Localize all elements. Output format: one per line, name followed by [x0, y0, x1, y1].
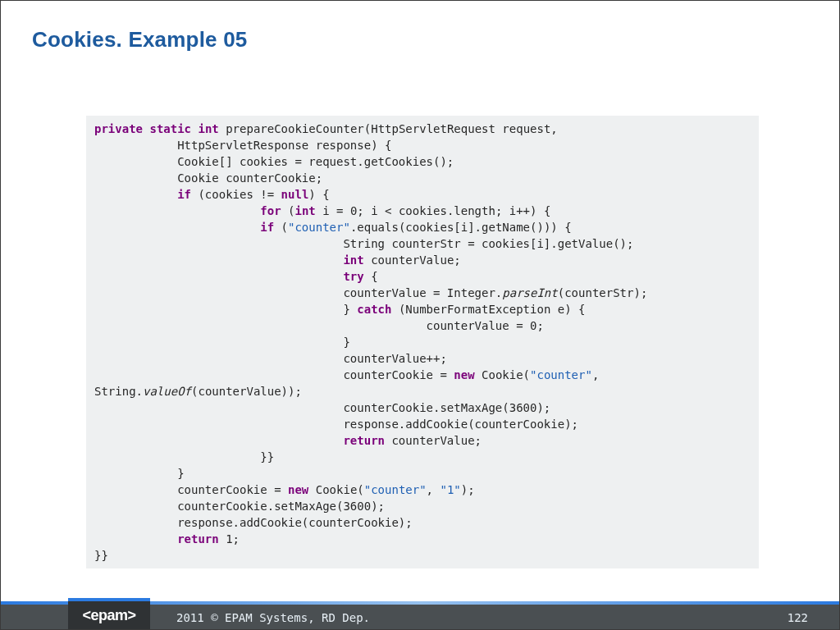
copyright-text: 2011 © EPAM Systems, RD Dep.: [176, 611, 370, 624]
code-line: private static int prepareCookieCounter(…: [94, 122, 558, 135]
code-line: return 1;: [94, 532, 240, 546]
code-line: String counterStr = cookies[i].getValue(…: [94, 237, 633, 250]
code-line: counterValue++;: [94, 352, 447, 365]
epam-logo: <epam>: [82, 607, 135, 624]
code-line: response.addCookie(counterCookie);: [94, 516, 413, 529]
slide: Cookies. Example 05 private static int p…: [0, 0, 840, 630]
code-line: Cookie[] cookies = request.getCookies();: [94, 155, 454, 168]
code-line: if ("counter".equals(cookies[i].getName(…: [94, 221, 572, 234]
page-number: 122: [788, 611, 808, 624]
code-line: int counterValue;: [94, 253, 461, 267]
code-line: counterValue = 0;: [94, 319, 544, 332]
code-line: response.addCookie(counterCookie);: [94, 418, 578, 431]
code-line: if (cookies != null) {: [94, 188, 330, 201]
code-line: return counterValue;: [94, 434, 482, 447]
code-block: private static int prepareCookieCounter(…: [86, 116, 759, 568]
code-line: }}: [94, 549, 108, 562]
code-line: String.valueOf(counterValue));: [94, 385, 302, 398]
code-line: Cookie counterCookie;: [94, 171, 322, 185]
code-line: counterValue = Integer.parseInt(counterS…: [94, 286, 647, 299]
code-line: for (int i = 0; i < cookies.length; i++)…: [94, 204, 550, 217]
code-line: } catch (NumberFormatException e) {: [94, 303, 585, 316]
code-line: try {: [94, 270, 378, 283]
code-line: counterCookie.setMaxAge(3600);: [94, 401, 550, 414]
code-line: counterCookie = new Cookie("counter",: [94, 368, 599, 381]
code-line: counterCookie.setMaxAge(3600);: [94, 500, 385, 513]
logo-box: <epam>: [68, 598, 150, 629]
slide-title: Cookies. Example 05: [32, 27, 247, 52]
code-line: }: [94, 336, 350, 349]
code-line: counterCookie = new Cookie("counter", "1…: [94, 483, 475, 496]
footer: <epam> 2011 © EPAM Systems, RD Dep. 122: [1, 598, 839, 629]
code-line: HttpServletResponse response) {: [94, 139, 391, 152]
code-line: }: [94, 467, 185, 480]
code-line: }}: [94, 450, 274, 463]
